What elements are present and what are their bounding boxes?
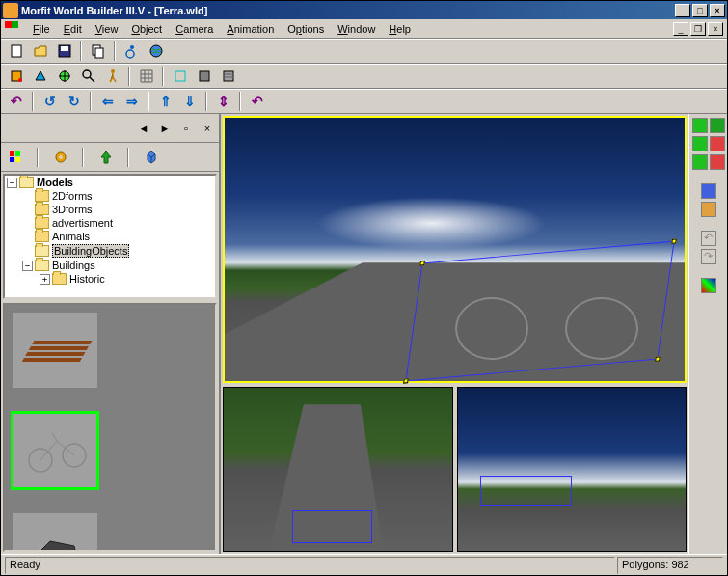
multi-color-icon <box>8 150 23 165</box>
menu-file[interactable]: File <box>26 21 57 37</box>
rt-globe-button[interactable] <box>710 136 725 151</box>
rt-puzzle-button[interactable] <box>701 278 716 293</box>
model-tree[interactable]: −Models 2Dforms 3Dforms advertisment Ani… <box>3 174 217 299</box>
wireframe-button[interactable] <box>169 66 191 87</box>
maximize-button[interactable]: □ <box>692 4 708 17</box>
rt-cube2-button[interactable] <box>710 154 725 170</box>
select-object-icon <box>9 69 24 84</box>
walk-button[interactable] <box>101 66 123 87</box>
panel-cube-button[interactable] <box>140 147 162 168</box>
svg-rect-16 <box>10 151 14 156</box>
save-icon <box>57 43 72 59</box>
copy-button[interactable] <box>87 41 109 62</box>
window-title: Morfit World Builder III.V - [Terra.wld] <box>21 5 675 16</box>
move-down-button[interactable]: ⇓ <box>178 91 201 112</box>
rt-cube1-button[interactable] <box>710 118 725 133</box>
thumbnail-stone[interactable] <box>11 511 99 552</box>
save-button[interactable] <box>53 41 75 62</box>
rt-cube3-button[interactable] <box>701 183 716 199</box>
viewport-side[interactable] <box>457 387 688 552</box>
svg-rect-22 <box>32 341 92 344</box>
undo-button[interactable]: ↶ <box>5 91 27 112</box>
accessibility-button[interactable] <box>121 41 143 62</box>
thumbnail-panel[interactable] <box>3 303 217 552</box>
globe-button[interactable] <box>145 41 167 62</box>
select-object-button[interactable] <box>5 66 27 87</box>
close-button[interactable]: × <box>710 4 725 17</box>
viewport-top[interactable] <box>223 387 453 552</box>
panel-multi-button[interactable] <box>4 147 26 168</box>
move-button[interactable] <box>53 66 75 87</box>
panel-gear-button[interactable] <box>49 147 71 168</box>
menu-window[interactable]: Window <box>331 21 382 37</box>
rt-move-button[interactable] <box>692 136 708 151</box>
arrow-right-icon: ⇒ <box>126 94 138 109</box>
shaded-button[interactable] <box>193 66 215 87</box>
menu-help[interactable]: Help <box>382 21 418 37</box>
flip-v-icon: ⇕ <box>218 94 229 109</box>
grid-button[interactable] <box>135 66 157 87</box>
textured-button[interactable] <box>217 66 239 87</box>
rotate-ccw-button[interactable]: ↺ <box>39 91 61 112</box>
menu-options[interactable]: Options <box>281 21 331 37</box>
svg-rect-24 <box>25 352 85 356</box>
new-button[interactable] <box>5 41 27 62</box>
mdi-icon <box>5 21 20 37</box>
rt-undo-button[interactable]: ↶ <box>701 231 716 246</box>
tree-item-2dforms[interactable]: 2Dforms <box>5 189 215 203</box>
move-up-button[interactable]: ⇑ <box>154 91 176 112</box>
status-message: Ready <box>5 557 615 574</box>
panel-fwd-button[interactable]: ► <box>156 120 174 137</box>
selection-box[interactable] <box>405 241 675 382</box>
svg-rect-25 <box>22 358 82 362</box>
svg-point-12 <box>111 69 115 73</box>
open-button[interactable] <box>29 41 51 62</box>
zoom-button[interactable] <box>77 66 99 87</box>
rt-triangle-button[interactable] <box>701 202 716 217</box>
panel-back-button[interactable]: ◄ <box>135 120 152 137</box>
open-icon <box>33 43 48 59</box>
move-right-button[interactable]: ⇒ <box>121 91 143 112</box>
menu-edit[interactable]: Edit <box>57 21 89 37</box>
menu-camera[interactable]: Camera <box>169 21 220 37</box>
panel-tree-button[interactable] <box>94 147 117 168</box>
rt-redo-button[interactable]: ↷ <box>701 249 716 264</box>
svg-rect-0 <box>12 45 21 57</box>
mdi-minimize-button[interactable]: _ <box>673 22 688 36</box>
thumbnail-bicycle[interactable] <box>11 411 99 490</box>
minimize-button[interactable]: _ <box>675 4 690 17</box>
menu-view[interactable]: View <box>89 21 125 37</box>
svg-rect-2 <box>61 46 68 51</box>
tree-item-buildingobjects[interactable]: BuildingObjects <box>5 243 215 259</box>
tree-item-historic[interactable]: +Historic <box>5 272 215 286</box>
panel-x-button[interactable]: × <box>199 120 216 137</box>
rt-rotate-button[interactable] <box>692 118 708 133</box>
tree-root[interactable]: −Models <box>5 176 215 189</box>
menu-object[interactable]: Object <box>124 21 169 37</box>
svg-rect-14 <box>200 71 209 81</box>
tree-item-3dforms[interactable]: 3Dforms <box>5 203 215 216</box>
tree-item-advertisment[interactable]: advertisment <box>5 216 215 230</box>
mdi-restore-button[interactable]: ❐ <box>690 22 706 36</box>
rotate-cw-button[interactable]: ↻ <box>63 91 85 112</box>
right-toolbar: ↶ ↷ <box>688 114 727 554</box>
thumbnail-bench[interactable] <box>11 311 99 390</box>
copy-icon <box>91 43 106 59</box>
tree-item-buildings[interactable]: −Buildings <box>5 259 215 272</box>
svg-rect-15 <box>224 71 233 81</box>
tree-item-animals[interactable]: Animals <box>5 230 215 243</box>
panel-close-button[interactable]: ▫ <box>177 120 195 137</box>
move-left-button[interactable]: ⇐ <box>96 91 119 112</box>
rotate-cw-icon: ↻ <box>68 94 80 109</box>
tree-icon <box>98 150 114 165</box>
rotate-ccw-icon: ↺ <box>44 94 56 109</box>
flip-h-button[interactable]: ↶ <box>246 91 268 112</box>
globe-icon <box>148 43 164 59</box>
select-poly-button[interactable] <box>29 66 51 87</box>
flip-v-button[interactable]: ⇕ <box>212 91 234 112</box>
menu-animation[interactable]: Animation <box>220 21 281 37</box>
mdi-close-button[interactable]: × <box>708 22 723 36</box>
svg-point-11 <box>83 70 91 78</box>
rt-scale-button[interactable] <box>692 154 708 170</box>
viewport-main[interactable] <box>223 116 687 383</box>
